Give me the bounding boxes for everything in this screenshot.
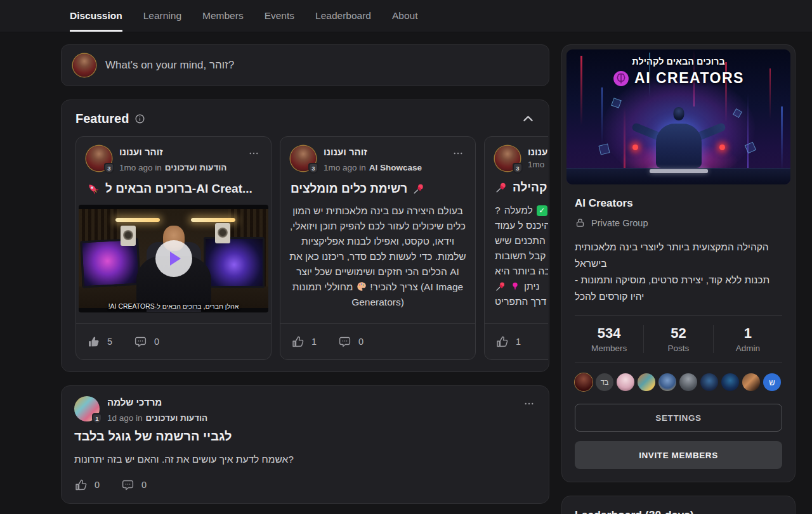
stat-label: Admin bbox=[714, 344, 782, 353]
play-icon bbox=[170, 252, 181, 266]
author-avatar[interactable]: 3 bbox=[291, 146, 316, 171]
figure-hand-left bbox=[632, 145, 638, 150]
like-button[interactable]: 1 bbox=[291, 335, 317, 349]
author-avatar[interactable]: 3 bbox=[86, 146, 112, 171]
comment-button[interactable]: 0 bbox=[134, 335, 159, 349]
author-block: זוהר וענונו 1mo ago in הודעות ועדכונים bbox=[119, 146, 261, 172]
like-button[interactable]: 1 bbox=[495, 335, 521, 349]
invite-members-button[interactable]: INVITE MEMBERS bbox=[575, 441, 782, 469]
leaderboard-title: Leaderboard (30-days) bbox=[575, 509, 782, 514]
post-body-line: קבל תשובות bbox=[485, 248, 548, 264]
video-thumbnail[interactable]: אהלן חברים, ברוכים הבאים ל-AI CREATORS! bbox=[79, 205, 268, 312]
like-button[interactable]: 0 bbox=[74, 479, 100, 492]
content-layout: What's on your mind, זוהר? Featured bbox=[0, 32, 812, 514]
tab-learning[interactable]: Learning bbox=[143, 0, 181, 32]
author-name[interactable]: זוהר וענונו bbox=[324, 146, 367, 157]
main-column: What's on your mind, זוהר? Featured bbox=[61, 44, 549, 504]
group-info-card: ברוכים הבאים לקהילת AI CREATORS AI Creat… bbox=[561, 44, 796, 482]
round-pin-icon bbox=[510, 281, 520, 292]
post-body: ? למעלה היכנס ל עמוד התכנים שיש קבל תשוב… bbox=[485, 203, 548, 309]
tab-about[interactable]: About bbox=[392, 0, 418, 32]
tab-leaderboard[interactable]: Leaderboard bbox=[315, 0, 371, 32]
featured-carousel: 3 זוהר וענונו 1mo ago in bbox=[75, 136, 548, 360]
post-title[interactable]: ברוכים הבאים ל-AI Creat... bbox=[86, 182, 261, 196]
video-caption: אהלן חברים, ברוכים הבאים ל-AI CREATORS! bbox=[79, 302, 268, 310]
stat-value: 534 bbox=[575, 325, 643, 342]
group-privacy: Private Group bbox=[575, 217, 782, 228]
post-title[interactable]: לגביי הרשמה של גוגל בלבד bbox=[74, 429, 536, 444]
post-title-text: קהילה bbox=[513, 181, 547, 195]
tab-events[interactable]: Events bbox=[265, 0, 294, 32]
post-composer[interactable]: What's on your mind, זוהר? bbox=[61, 44, 549, 86]
member-avatars: בד ש bbox=[575, 373, 782, 391]
banner-figure bbox=[631, 107, 726, 168]
like-button[interactable]: 5 bbox=[87, 335, 112, 349]
level-badge: 3 bbox=[513, 163, 523, 174]
tab-members[interactable]: Members bbox=[202, 0, 244, 32]
kebab-menu-icon[interactable] bbox=[247, 146, 261, 160]
level-badge: 3 bbox=[308, 163, 318, 174]
author-block: מרדכי שלמה 1d ago in הודעות ועדכונים bbox=[107, 396, 536, 423]
figure-hand-right bbox=[719, 145, 725, 150]
stat-posts: 52 Posts bbox=[643, 325, 712, 353]
stat-label: Posts bbox=[644, 344, 712, 353]
author-name[interactable]: וענונו bbox=[528, 146, 548, 157]
pushpin-icon bbox=[495, 181, 508, 194]
comment-button[interactable]: 0 bbox=[121, 479, 147, 492]
stat-label: Members bbox=[575, 344, 643, 353]
post-header: 1 מרדכי שלמה 1d ago in הודעות ועדכונים bbox=[74, 396, 536, 423]
post-timestamp: 1mo bbox=[528, 160, 544, 169]
post-category[interactable]: הודעות ועדכונים bbox=[146, 413, 208, 423]
member-avatar[interactable] bbox=[700, 373, 718, 391]
featured-title: Featured bbox=[75, 112, 129, 126]
settings-button[interactable]: SETTINGS bbox=[575, 404, 782, 432]
engagement-bar: 0 0 bbox=[74, 475, 536, 494]
member-avatar[interactable]: ש bbox=[763, 373, 781, 391]
author-block: זוהר וענונו 1mo ago in AI Showcase bbox=[324, 146, 465, 172]
group-name: AI Creators bbox=[575, 197, 782, 210]
level-badge: 3 bbox=[104, 163, 114, 174]
post-category[interactable]: AI Showcase bbox=[369, 163, 422, 172]
author-name[interactable]: מרדכי שלמה bbox=[107, 397, 162, 408]
post-category[interactable]: הודעות ועדכונים bbox=[165, 163, 227, 172]
post-title[interactable]: רשימת כלים מומלצים bbox=[291, 182, 465, 196]
chevron-up-icon[interactable] bbox=[521, 112, 535, 125]
top-navigation: Discussion Learning Members Events Leade… bbox=[0, 0, 812, 32]
member-avatar[interactable] bbox=[617, 373, 634, 391]
group-description: הקהילה המקצועית ביותר ליוצרי בינה מלאכות… bbox=[575, 239, 782, 305]
post-title-text: ברוכים הבאים ל-AI Creat... bbox=[105, 182, 252, 196]
member-avatar[interactable] bbox=[575, 373, 593, 391]
featured-card-tools: 3 זוהר וענונו 1mo ago in bbox=[280, 136, 476, 360]
stat-value: 1 bbox=[714, 325, 782, 342]
member-avatar[interactable]: בד bbox=[596, 373, 613, 391]
lock-icon bbox=[575, 217, 586, 228]
divider bbox=[575, 362, 782, 363]
member-avatar[interactable] bbox=[721, 373, 739, 391]
brain-logo-icon bbox=[613, 70, 629, 87]
pushpin-icon bbox=[412, 183, 425, 195]
member-avatar[interactable] bbox=[742, 373, 760, 391]
comment-count: 0 bbox=[141, 480, 147, 490]
featured-card-header: 3 וענונו 1mo bbox=[485, 137, 548, 171]
member-avatar[interactable] bbox=[679, 373, 697, 391]
member-avatar[interactable] bbox=[638, 373, 655, 391]
featured-card-header: 3 זוהר וענונו 1mo ago in bbox=[280, 137, 475, 172]
feed-post: 1 מרדכי שלמה 1d ago in הודעות ועדכונים bbox=[61, 385, 549, 504]
level-badge: 1 bbox=[92, 413, 102, 424]
post-body-line: דרך התפריט bbox=[485, 294, 548, 309]
member-avatar[interactable] bbox=[658, 373, 676, 391]
author-name[interactable]: זוהר וענונו bbox=[119, 146, 163, 157]
stat-admin: 1 Admin bbox=[713, 325, 782, 353]
tab-discussion[interactable]: Discussion bbox=[70, 0, 122, 32]
info-icon[interactable] bbox=[134, 113, 145, 124]
author-avatar[interactable]: 3 bbox=[495, 146, 520, 171]
kebab-menu-icon[interactable] bbox=[522, 397, 536, 411]
author-avatar[interactable]: 1 bbox=[74, 396, 100, 421]
play-button[interactable] bbox=[155, 240, 192, 277]
post-meta: 1mo bbox=[528, 160, 548, 169]
kebab-menu-icon[interactable] bbox=[451, 146, 465, 160]
post-title[interactable]: קהילה bbox=[495, 181, 548, 195]
featured-header: Featured bbox=[75, 112, 535, 126]
comment-button[interactable]: 0 bbox=[338, 335, 363, 349]
post-meta: 1mo ago in הודעות ועדכונים bbox=[119, 163, 261, 172]
